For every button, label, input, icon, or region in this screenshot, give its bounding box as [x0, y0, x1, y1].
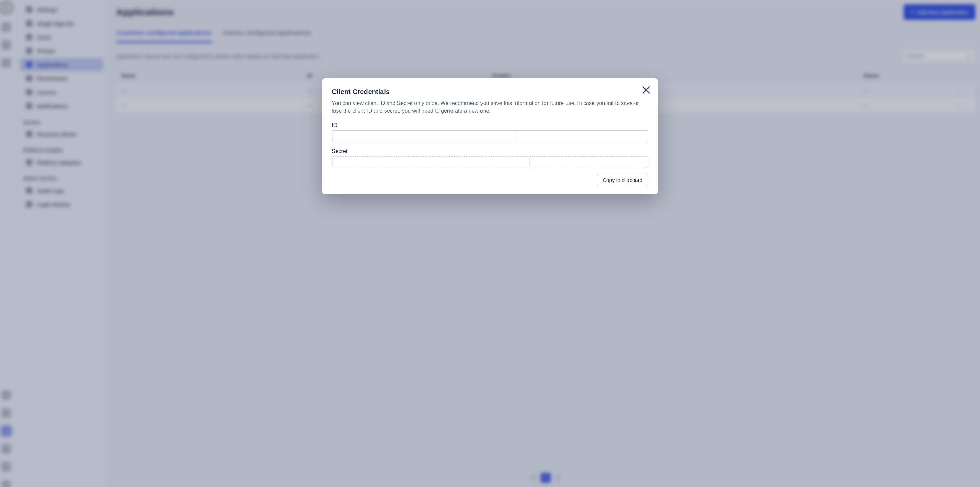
close-icon[interactable]: [641, 85, 651, 95]
client-credentials-modal: Client Credentials You can view client I…: [321, 78, 659, 194]
client-id-field[interactable]: [332, 131, 648, 142]
copy-to-clipboard-button[interactable]: Copy to clipboard: [597, 174, 648, 186]
id-label: ID: [332, 122, 648, 128]
secret-label: Secret: [332, 148, 648, 154]
modal-title: Client Credentials: [332, 88, 648, 96]
redacted-content: [332, 157, 530, 167]
modal-description: You can view client ID and Secret only o…: [332, 99, 645, 115]
redacted-content: [332, 131, 516, 141]
modal-overlay[interactable]: Client Credentials You can view client I…: [0, 0, 980, 487]
client-secret-field[interactable]: [332, 156, 648, 168]
